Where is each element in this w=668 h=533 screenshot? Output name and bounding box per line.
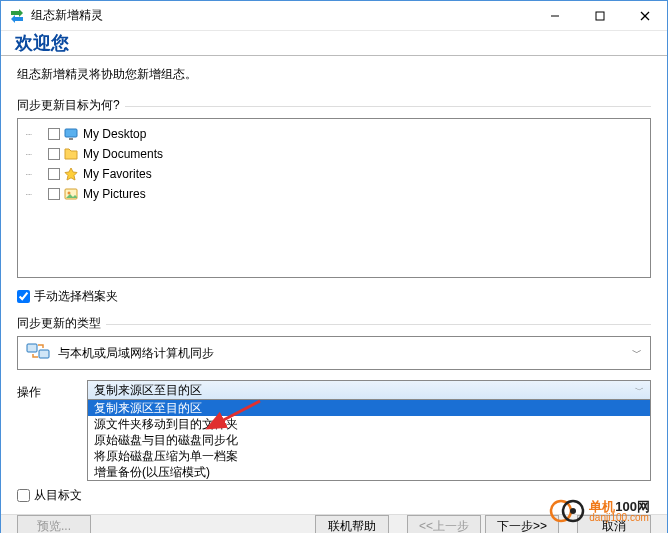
dropdown-option[interactable]: 复制来源区至目的区: [88, 400, 650, 416]
manual-select-checkbox[interactable]: [17, 290, 30, 303]
tree-checkbox[interactable]: [48, 128, 60, 140]
chevron-down-icon: ﹀: [632, 346, 642, 360]
maximize-button[interactable]: [577, 1, 622, 30]
svg-rect-4: [65, 129, 77, 137]
operation-dropdown-list: 复制来源区至目的区 源文件夹移动到目的文件夹 原始磁盘与目的磁盘同步化 将原始磁…: [87, 400, 651, 481]
titlebar: 组态新增精灵: [1, 1, 667, 31]
window-title: 组态新增精灵: [31, 7, 532, 24]
tree-checkbox[interactable]: [48, 148, 60, 160]
targets-tree[interactable]: ┈ My Desktop ┈ My Documents ┈ My Favorit…: [17, 118, 651, 278]
sync-type-text: 与本机或局域网络计算机同步: [58, 345, 632, 362]
header: 欢迎您: [1, 31, 667, 56]
dropdown-option[interactable]: 增量备份(以压缩模式): [88, 464, 650, 480]
desktop-icon: [63, 126, 79, 142]
header-welcome: 欢迎您: [15, 31, 69, 55]
svg-rect-5: [69, 138, 73, 140]
svg-rect-1: [596, 12, 604, 20]
intro-text: 组态新增精灵将协助您新增组态。: [17, 66, 651, 83]
dropdown-option[interactable]: 原始磁盘与目的磁盘同步化: [88, 432, 650, 448]
star-icon: [63, 166, 79, 182]
svg-rect-9: [39, 350, 49, 358]
delete-from-target-checkbox[interactable]: [17, 489, 30, 502]
tree-item-documents[interactable]: ┈ My Documents: [26, 145, 642, 163]
tree-checkbox[interactable]: [48, 188, 60, 200]
tree-item-desktop[interactable]: ┈ My Desktop: [26, 125, 642, 143]
dropdown-option[interactable]: 源文件夹移动到目的文件夹: [88, 416, 650, 432]
delete-from-target-label: 从目标文: [34, 487, 82, 504]
svg-rect-8: [27, 344, 37, 352]
minimize-button[interactable]: [532, 1, 577, 30]
operation-dropdown[interactable]: 复制来源区至目的区 ﹀: [87, 380, 651, 400]
next-button[interactable]: 下一步>>: [485, 515, 559, 533]
help-button[interactable]: 联机帮助: [315, 515, 389, 533]
tree-checkbox[interactable]: [48, 168, 60, 180]
dropdown-option[interactable]: 将原始磁盘压缩为单一档案: [88, 448, 650, 464]
targets-label: 同步更新目标为何?: [17, 97, 651, 114]
prev-button[interactable]: <<上一步: [407, 515, 481, 533]
sync-type-label: 同步更新的类型: [17, 315, 651, 332]
cancel-button[interactable]: 取消: [577, 515, 651, 533]
sync-type-selector[interactable]: 与本机或局域网络计算机同步 ﹀: [17, 336, 651, 370]
documents-icon: [63, 146, 79, 162]
tree-item-pictures[interactable]: ┈ My Pictures: [26, 185, 642, 203]
close-button[interactable]: [622, 1, 667, 30]
footer: 预览... 联机帮助 <<上一步 下一步>> 取消: [1, 514, 667, 533]
manual-select-label: 手动选择档案夹: [34, 288, 118, 305]
sync-computers-icon: [26, 343, 50, 363]
tree-item-favorites[interactable]: ┈ My Favorites: [26, 165, 642, 183]
pictures-icon: [63, 186, 79, 202]
chevron-down-icon: ﹀: [635, 384, 644, 397]
preview-button[interactable]: 预览...: [17, 515, 91, 533]
app-icon: [9, 8, 25, 24]
operation-label: 操作: [17, 380, 87, 401]
